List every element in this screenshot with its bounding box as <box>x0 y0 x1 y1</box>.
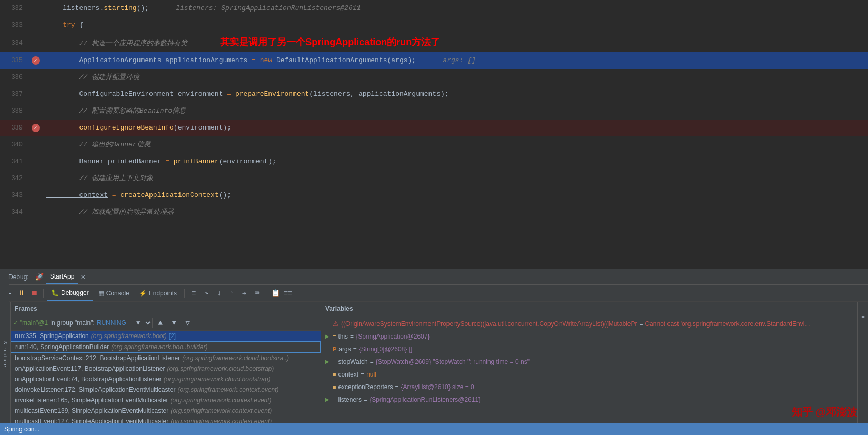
thread-dropdown[interactable]: ▼ <box>131 318 153 328</box>
frames-header: Frames <box>11 302 321 315</box>
frame-item-4[interactable]: onApplicationEvent:74, BootstrapApplicat… <box>11 374 321 384</box>
var-expand-listeners[interactable]: ▶ <box>325 394 331 405</box>
structure-label[interactable]: Structure <box>2 341 7 367</box>
var-item-context: ≡ context = null <box>321 368 857 381</box>
code-content-341: Banner printedBanner = printBanner(envir… <box>42 153 868 170</box>
tab-debugger-label: Debugger <box>61 289 89 296</box>
var-eq-args: = <box>353 344 357 354</box>
frames-list: run:335, SpringApplication (org.springfr… <box>11 331 321 435</box>
var-name-stopwatch: stopWatch <box>338 357 367 367</box>
frames-title: Frames <box>15 305 37 312</box>
code-content-338: // 配置需要忽略的BeanInfo信息 <box>42 103 868 120</box>
var-value-context: null <box>366 369 376 380</box>
code-line-335: 335 ApplicationArguments applicationArgu… <box>0 52 868 69</box>
line-number-341: 341 <box>0 158 29 165</box>
var-icon-context: ≡ <box>333 369 336 380</box>
frame-method-5: doInvokeListener:172, SimpleApplicationE… <box>15 386 176 393</box>
frame-item-3[interactable]: onApplicationEvent:117, BootstrapApplica… <box>11 363 321 374</box>
tab-console[interactable]: ▦ Console <box>94 286 134 301</box>
frame-method-2: bootstrapServiceContext:212, BootstrapAp… <box>15 354 180 362</box>
var-value-exceptionreporters: {ArrayList@2610} size = 0 <box>401 382 474 392</box>
line-number-342: 342 <box>0 175 29 182</box>
code-content-333: try { <box>42 17 868 34</box>
var-eq-context: = <box>361 369 364 380</box>
var-name-args: args <box>338 344 351 354</box>
tab-endpoints[interactable]: ⚡ Endpoints <box>135 286 181 301</box>
thread-group-status: in group "main": <box>50 319 95 327</box>
line-number-344: 344 <box>0 209 29 216</box>
frame-item-2[interactable]: bootstrapServiceContext:212, BootstrapAp… <box>11 353 321 363</box>
var-item-stopwatch: ▶ ≡ stopWatch = {StopWatch@2609} "StopWa… <box>321 355 857 368</box>
var-name-this: this <box>338 331 348 342</box>
var-item-args: P args = {String[0]@2608} [] <box>321 343 857 355</box>
line-number-336: 336 <box>0 74 29 81</box>
settings-btn[interactable]: ≡ <box>188 288 199 299</box>
variables-panel: ⚠ ((OriginAwareSystemEnvironmentProperty… <box>321 315 857 435</box>
var-icon-listeners: ≡ <box>333 394 336 405</box>
frame-item-1[interactable]: run:140, SpringApplicationBuilder (org.s… <box>11 341 321 353</box>
close-tab-btn[interactable]: ✕ <box>81 272 85 281</box>
line-number-340: 340 <box>0 141 29 149</box>
left-panel-strip: Structure <box>0 284 9 423</box>
frame-item-5[interactable]: doInvokeListener:172, SimpleApplicationE… <box>11 384 321 395</box>
debug-label: Debug: <box>4 270 33 284</box>
var-eq-exceptionreporters: = <box>395 382 398 392</box>
var-value-stopwatch: {StopWatch@2609} "StopWatch '': running … <box>376 357 530 367</box>
var-eq-listeners: = <box>364 394 367 405</box>
line-number-333: 333 <box>0 22 29 29</box>
thread-name: "main"@1 <box>20 319 48 327</box>
more-btn[interactable]: ≡ <box>861 313 865 320</box>
line-number-338: 338 <box>0 107 29 115</box>
frame-item-7[interactable]: multicastEvent:139, SimpleApplicationEve… <box>11 406 321 416</box>
thread-filter-btn[interactable]: ▽ <box>182 317 194 329</box>
code-content-343: context = createApplicationContext(); <box>42 187 868 204</box>
var-name-exceptionreporters: exceptionReporters <box>338 382 393 392</box>
var-expand-this[interactable]: ▶ <box>325 331 331 342</box>
toolbar-sep-1 <box>43 289 44 298</box>
debug-panel: Debug: 🚀 StartApp ✕ ▶ ⏸ ⏹ 🐛 Debugger ▦ C… <box>0 269 868 435</box>
tab-debugger[interactable]: 🐛 Debugger <box>47 286 93 301</box>
code-content-342: // 创建应用上下文对象 <box>42 170 868 187</box>
code-line-343: 343 context = createApplicationContext()… <box>0 187 868 204</box>
var-item-listeners: ▶ ≡ listeners = {SpringApplicationRunLis… <box>321 393 857 406</box>
variables-area: Variables ⚠ ((OriginAwareSystemEnvironme… <box>321 302 857 435</box>
frame-method-0: run:335, SpringApplication <box>15 332 89 340</box>
code-editor: 332 listeners.starting(); listeners: Spr… <box>0 0 868 269</box>
tab-startapp[interactable]: StartApp <box>46 270 79 284</box>
frame-method-7: multicastEvent:139, SimpleApplicationEve… <box>15 407 168 414</box>
frame-item-0[interactable]: run:335, SpringApplication (org.springfr… <box>11 331 321 341</box>
status-text: Spring con... <box>4 426 39 433</box>
tab-endpoints-label: Endpoints <box>149 290 177 297</box>
step-into-btn[interactable]: ↓ <box>213 288 225 299</box>
line-number-335: 335 <box>0 57 29 64</box>
var-expand-stopwatch[interactable]: ▶ <box>325 357 331 367</box>
step-over-btn[interactable]: ↷ <box>201 288 212 299</box>
code-content-332: listeners.starting(); listeners: SpringA… <box>42 0 868 17</box>
layout-btn[interactable]: ≡≡ <box>282 288 294 299</box>
right-sidebar: + ≡ <box>857 302 868 435</box>
code-line-336: 336 // 创建并配置环境 <box>0 69 868 86</box>
var-eq-stopwatch: = <box>370 357 374 367</box>
stop-btn[interactable]: ⏹ <box>28 288 40 299</box>
frames-btn[interactable]: 📋 <box>270 288 281 299</box>
eval-expr-btn[interactable]: ⌨ <box>251 288 263 299</box>
frame-method-6: invokeListener:165, SimpleApplicationEve… <box>15 397 168 404</box>
debug-tab-bar: Debug: 🚀 StartApp ✕ <box>0 269 868 285</box>
line-number-334: 334 <box>0 39 29 47</box>
add-watch-btn[interactable]: + <box>861 304 865 310</box>
step-out-btn[interactable]: ↑ <box>226 288 237 299</box>
debug-main: ▶ ■ ⚠ Frames ✓ "main"@1 in group "main":… <box>0 302 868 435</box>
line-number-339: 339 <box>0 124 29 132</box>
frame-method-1: run:140, SpringApplicationBuilder <box>15 343 109 351</box>
code-line-340: 340 // 输出的Banner信息 <box>0 136 868 153</box>
code-content-337: ConfigurableEnvironment environment = pr… <box>42 86 868 103</box>
thread-up-btn[interactable]: ▲ <box>155 317 166 329</box>
thread-down-btn[interactable]: ▼ <box>168 317 180 329</box>
code-content-334: // 构造一个应用程序的参数持有类 其实是调用了另一个SpringApplica… <box>42 34 868 52</box>
code-line-337: 337 ConfigurableEnvironment environment … <box>0 86 868 103</box>
run-to-cursor-btn[interactable]: ⇥ <box>238 288 250 299</box>
var-icon-args: P <box>333 344 336 354</box>
pause-btn[interactable]: ⏸ <box>16 288 27 299</box>
frame-item-6[interactable]: invokeListener:165, SimpleApplicationEve… <box>11 395 321 406</box>
frame-method-4: onApplicationEvent:74, BootstrapApplicat… <box>15 375 162 383</box>
